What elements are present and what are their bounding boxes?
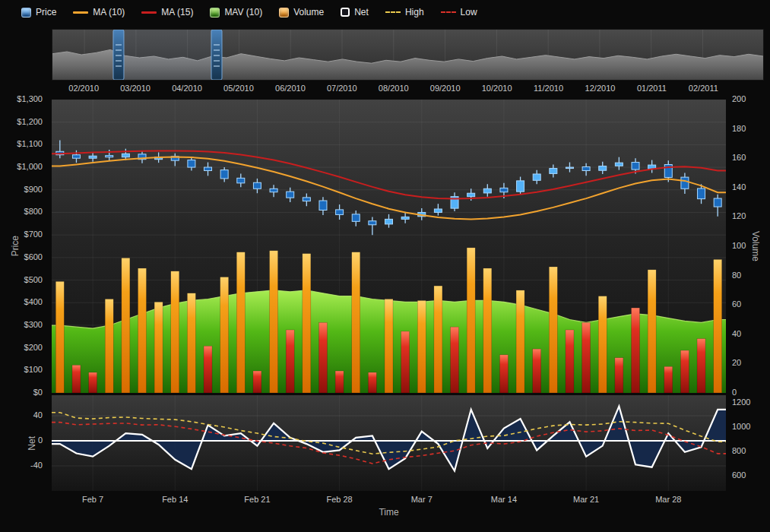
price-tick-label: $200 <box>24 343 43 352</box>
net-right-tick-label: 600 <box>732 470 746 480</box>
navigator-month-label: 01/2011 <box>637 84 667 93</box>
legend-item-net[interactable]: Net <box>341 7 369 17</box>
navigator-month-label: 12/2010 <box>585 84 616 93</box>
net-right-axis: 12001000800600 <box>730 395 768 491</box>
volume-tick-label: 180 <box>732 124 746 133</box>
navigator-month-label: 10/2010 <box>482 84 512 93</box>
ma-15-swatch-icon <box>141 11 157 14</box>
legend-label: Low <box>461 7 477 17</box>
time-axis-title: Time <box>52 507 726 518</box>
price-axis: $1,300$1,200$1,100$1,000$900$800$700$600… <box>0 100 47 393</box>
net-tick-label: 0 <box>38 435 43 445</box>
volume-tick-label: 20 <box>732 358 741 367</box>
legend-label: Price <box>36 7 56 17</box>
ma10-line <box>52 157 726 219</box>
navigator-month-label: 08/2010 <box>379 84 409 93</box>
price-volume-panel <box>52 100 726 393</box>
legend-label: High <box>405 7 424 17</box>
legend-item-volume[interactable]: Volume <box>279 7 324 17</box>
legend-label: MA (15) <box>161 7 193 17</box>
net-right-tick-label: 1000 <box>732 422 750 431</box>
navigator-right-handle[interactable] <box>211 30 222 80</box>
price-tick-label: $300 <box>24 320 43 329</box>
price-tick-label: $600 <box>24 252 43 261</box>
volume-tick-label: 200 <box>732 94 746 103</box>
legend-label: Net <box>354 7 369 17</box>
navigator-selected-range[interactable] <box>119 30 217 80</box>
net-axis: 400-40 <box>0 395 47 491</box>
net-chart <box>52 395 726 491</box>
time-tick-label: Mar 14 <box>491 495 517 504</box>
navigator-left-handle[interactable] <box>113 30 124 80</box>
net-swatch-icon <box>341 8 350 17</box>
price-tick-label: $100 <box>24 365 43 374</box>
time-tick-label: Mar 7 <box>411 495 433 504</box>
navigator-month-labels: 02/201003/201004/201005/201006/201007/20… <box>52 84 764 94</box>
legend-item-ma-10[interactable]: MA (10) <box>73 7 125 17</box>
volume-axis-title: Volume <box>749 100 762 393</box>
price-volume-chart <box>52 100 726 393</box>
navigator-month-label: 04/2010 <box>172 84 202 93</box>
price-tick-label: $900 <box>24 185 43 194</box>
net-axis-title: Net <box>26 395 38 491</box>
net-right-tick-label: 800 <box>732 446 746 455</box>
legend-item-high[interactable]: High <box>385 7 424 17</box>
legend-label: Volume <box>293 7 324 17</box>
legend-item-ma-15[interactable]: MA (15) <box>141 7 193 17</box>
price-tick-label: $400 <box>24 297 43 306</box>
volume-swatch-icon <box>279 8 289 17</box>
navigator-month-label: 02/2010 <box>68 84 99 93</box>
legend-item-low[interactable]: Low <box>441 7 477 17</box>
volume-tick-label: 60 <box>732 299 741 309</box>
time-tick-label: Mar 21 <box>573 495 599 504</box>
price-swatch-icon <box>21 8 31 17</box>
volume-tick-label: 100 <box>732 241 746 250</box>
time-tick-label: Feb 7 <box>82 495 103 504</box>
legend-item-mav-10[interactable]: MAV (10) <box>210 7 262 17</box>
time-axis: Feb 7Feb 14Feb 21Feb 28Mar 7Mar 14Mar 21… <box>52 495 726 505</box>
navigator-month-label: 05/2010 <box>223 84 254 93</box>
legend-item-price[interactable]: Price <box>21 7 56 17</box>
price-axis-title: Price <box>9 100 21 393</box>
navigator-month-label: 02/2011 <box>689 84 718 93</box>
volume-tick-label: 140 <box>732 182 746 192</box>
volume-tick-label: 40 <box>732 329 741 338</box>
low-swatch-icon <box>441 11 456 13</box>
legend-label: MA (10) <box>93 7 125 17</box>
range-navigator[interactable] <box>52 29 764 81</box>
navigator-month-label: 03/2010 <box>120 84 151 93</box>
chart-legend: PriceMA (10)MA (15)MAV (10)VolumeNetHigh… <box>21 7 477 17</box>
net-right-tick-label: 1200 <box>732 397 750 407</box>
ma-10-swatch-icon <box>73 11 88 14</box>
volume-tick-label: 80 <box>732 271 741 280</box>
navigator-month-label: 11/2010 <box>534 84 563 93</box>
stock-chart-app: PriceMA (10)MA (15)MAV (10)VolumeNetHigh… <box>0 0 770 532</box>
navigator-month-label: 07/2010 <box>327 84 357 93</box>
price-tick-label: $700 <box>24 230 43 239</box>
mav-10-swatch-icon <box>210 8 220 17</box>
time-tick-label: Feb 21 <box>244 495 270 504</box>
net-panel <box>52 395 726 491</box>
price-tick-label: $500 <box>24 275 43 284</box>
time-tick-label: Feb 28 <box>326 495 352 504</box>
volume-tick-label: 160 <box>732 153 746 162</box>
price-tick-label: $800 <box>24 207 43 216</box>
high-swatch-icon <box>385 11 401 13</box>
time-tick-label: Feb 14 <box>162 495 188 504</box>
navigator-month-label: 09/2010 <box>430 84 461 93</box>
navigator-chart[interactable] <box>52 30 763 80</box>
volume-tick-label: 120 <box>732 211 746 220</box>
time-tick-label: Mar 28 <box>655 495 681 504</box>
navigator-month-label: 06/2010 <box>275 84 306 93</box>
legend-label: MAV (10) <box>224 7 262 17</box>
